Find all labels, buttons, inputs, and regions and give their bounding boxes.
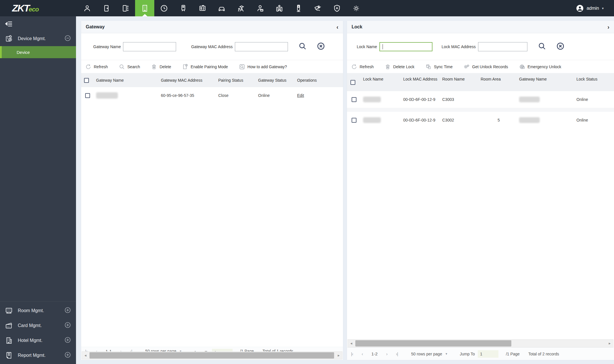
lock-name-label: Lock Name xyxy=(357,44,377,49)
gateway-horizontal-scrollbar[interactable]: ◄ ► xyxy=(82,351,342,359)
collapse-minus-icon[interactable] xyxy=(65,35,71,42)
row-checkbox[interactable] xyxy=(85,93,90,98)
room-mgmt-icon xyxy=(5,306,14,315)
turnstile-icon[interactable] xyxy=(116,0,135,16)
edit-link[interactable]: Edit xyxy=(297,93,304,98)
room-name-cell: C3003 xyxy=(440,91,478,108)
lock-mac-cell: 00-0D-6F-00-12-9 xyxy=(401,112,440,128)
last-page-icon[interactable]: ›| xyxy=(396,351,398,356)
user-avatar-icon xyxy=(576,5,584,12)
security-shield-icon[interactable] xyxy=(327,0,346,16)
lock-mac-input[interactable] xyxy=(478,42,527,51)
sidebar-group-label: Hotel Mgmt. xyxy=(18,338,65,343)
get-unlock-records-button[interactable]: Get Unlock Records xyxy=(463,64,508,70)
prev-page-icon[interactable]: ‹ xyxy=(362,351,363,356)
scroll-left-icon[interactable]: ◄ xyxy=(348,342,355,345)
lock-status-cell: Online xyxy=(574,91,614,108)
gateway-panel-footer: |‹ ‹ 1-1 › ›| 50 rows per page ▾ Jump To… xyxy=(81,347,343,360)
lock-search-icon[interactable] xyxy=(538,42,546,52)
user-menu[interactable]: admin ▾ xyxy=(576,5,604,12)
lock-table-row: 00-0D-6F-00-12-9 C3003 Online xyxy=(347,91,614,112)
lock-expand-icon[interactable]: › xyxy=(607,24,609,30)
parking-icon[interactable] xyxy=(212,0,231,16)
gateway-search-button[interactable]: Search xyxy=(119,64,140,70)
expand-plus-icon[interactable] xyxy=(65,337,71,344)
sidebar-group-hotel-mgmt[interactable]: Hotel Mgmt. xyxy=(0,333,76,348)
row-checkbox[interactable] xyxy=(352,97,356,102)
room-area-cell: 5 xyxy=(478,112,517,128)
visitor-icon[interactable] xyxy=(250,0,270,16)
surveillance-camera-icon[interactable] xyxy=(308,0,327,16)
lock-name-input[interactable] xyxy=(379,42,432,51)
sync-time-button[interactable]: Sync Time xyxy=(425,64,453,70)
delete-lock-button[interactable]: Delete Lock xyxy=(385,64,414,70)
gateway-collapse-icon[interactable]: ‹ xyxy=(336,24,338,30)
button-label: Refresh xyxy=(94,64,108,69)
facekiosk-icon[interactable] xyxy=(289,0,308,16)
sidebar-item-device[interactable]: Device xyxy=(0,46,76,58)
dropdown-caret-icon: ▾ xyxy=(446,352,447,356)
jump-to-input[interactable] xyxy=(478,350,498,358)
button-label: How to add Gateway? xyxy=(247,64,287,69)
sidebar-group-device-mgmt[interactable]: Device Mgmt. xyxy=(0,31,76,46)
video-intercom-icon[interactable] xyxy=(174,0,193,16)
gateway-delete-button[interactable]: Delete xyxy=(151,64,171,70)
column-header: Operations xyxy=(295,73,343,87)
gateway-clear-search-icon[interactable] xyxy=(317,42,325,52)
settings-gear-icon[interactable] xyxy=(346,0,366,16)
sidebar-group-card-mgmt[interactable]: Card Mgmt. xyxy=(0,318,76,333)
gateway-status-cell: Online xyxy=(256,87,295,104)
scroll-left-icon[interactable]: ◄ xyxy=(82,354,89,357)
gateway-how-to-add-button[interactable]: How to add Gateway? xyxy=(239,64,287,70)
gateway-mac-cell: 60-95-ce-96-57-35 xyxy=(159,87,216,104)
sidebar-group-label: Card Mgmt. xyxy=(18,323,65,328)
select-all-checkbox[interactable] xyxy=(350,80,355,85)
hotel-icon[interactable] xyxy=(135,0,154,16)
zkteco-logo: ZKT eco xyxy=(0,3,66,14)
expand-plus-icon[interactable] xyxy=(65,322,71,329)
sidebar-group-report-mgmt[interactable]: Report Mgmt. xyxy=(0,348,76,363)
module-icon-strip xyxy=(77,0,366,16)
id-card-icon[interactable] xyxy=(193,0,212,16)
gateway-table-header: Gateway Name Gateway MAC Address Pairing… xyxy=(81,73,343,87)
next-page-icon[interactable]: › xyxy=(386,351,387,356)
attendance-clock-icon[interactable] xyxy=(154,0,174,16)
sidebar-group-room-mgmt[interactable]: Room Mgmt. xyxy=(0,303,76,318)
user-name: admin xyxy=(586,6,599,11)
lock-table: Lock Name Lock MAC Address Room Name Roo… xyxy=(347,73,614,339)
lock-clear-search-icon[interactable] xyxy=(556,42,565,52)
active-tab-notch xyxy=(142,14,147,16)
first-page-icon[interactable]: |‹ xyxy=(351,351,353,356)
button-label: Delete xyxy=(159,64,171,69)
scroll-right-icon[interactable]: ► xyxy=(335,354,342,357)
row-checkbox[interactable] xyxy=(352,118,356,123)
passage-barrier-icon[interactable] xyxy=(270,0,289,16)
emergency-unlock-button[interactable]: Emergency Unlock xyxy=(519,64,562,70)
gateway-panel-title: Gateway xyxy=(86,24,105,30)
column-header: Gateway Status xyxy=(256,73,295,87)
lock-refresh-button[interactable]: Refresh xyxy=(351,64,374,70)
select-all-checkbox[interactable] xyxy=(84,78,89,83)
sidebar-bottom-groups: Room Mgmt. Card Mgmt. Hotel Mgmt. xyxy=(0,301,76,364)
gateway-name-input[interactable] xyxy=(123,42,176,51)
gateway-search-icon[interactable] xyxy=(298,42,307,52)
expand-plus-icon[interactable] xyxy=(65,307,71,314)
rows-per-page-dropdown[interactable]: 50 rows per page ▾ xyxy=(411,352,447,356)
lock-table-header: Lock Name Lock MAC Address Room Name Roo… xyxy=(347,73,614,91)
expand-plus-icon[interactable] xyxy=(65,352,71,359)
scroll-right-icon[interactable]: ► xyxy=(606,342,613,345)
sidebar-collapse-icon[interactable] xyxy=(0,16,76,31)
gateway-enable-pairing-button[interactable]: Enable Pairing Mode xyxy=(182,64,228,70)
gateway-refresh-button[interactable]: Refresh xyxy=(85,64,108,70)
lock-horizontal-scrollbar[interactable]: ◄ ► xyxy=(348,339,613,347)
column-header: Gateway Name xyxy=(517,73,574,91)
scrollbar-thumb[interactable] xyxy=(355,340,511,347)
patrol-icon[interactable] xyxy=(231,0,250,16)
lock-name-redacted xyxy=(363,97,381,102)
personnel-icon[interactable] xyxy=(77,0,97,16)
main-content: Gateway ‹ Gateway Name Gateway MAC Addre… xyxy=(76,16,614,364)
gateway-mac-input[interactable] xyxy=(235,42,288,51)
access-door-icon[interactable] xyxy=(97,0,116,16)
scrollbar-thumb[interactable] xyxy=(89,352,334,359)
card-mgmt-icon xyxy=(5,321,14,330)
